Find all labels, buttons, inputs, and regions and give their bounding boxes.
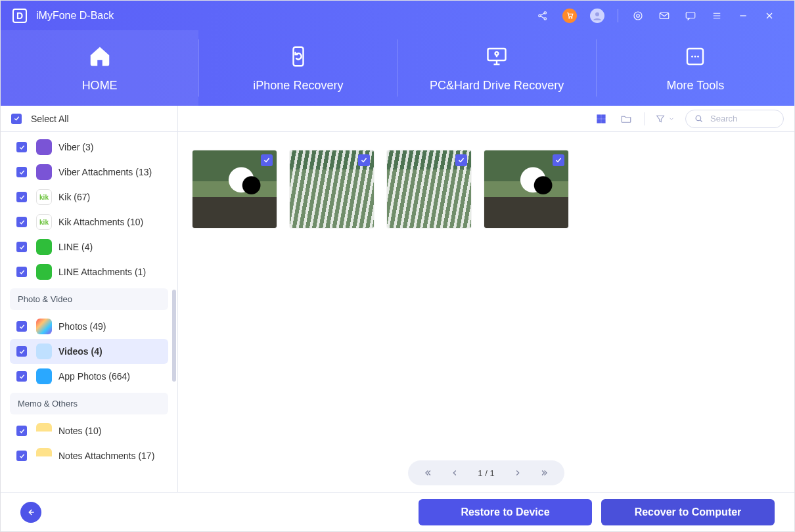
sidebar-item-checkbox[interactable]: [16, 426, 27, 436]
svg-rect-18: [602, 115, 605, 118]
svg-point-0: [539, 14, 541, 16]
video-thumbnail[interactable]: [484, 150, 568, 228]
content-toolbar: [178, 106, 794, 132]
svg-point-16: [697, 56, 699, 58]
app-logo: D: [12, 9, 27, 23]
select-all-row[interactable]: Select All: [1, 106, 177, 132]
recover-to-computer-button[interactable]: Recover to Computer: [601, 499, 775, 525]
nav-iphone-recovery[interactable]: iPhone Recovery: [199, 30, 397, 106]
sidebar-item[interactable]: Notes (10): [10, 418, 168, 443]
sidebar-item-label: Notes Attachments (17): [58, 451, 154, 461]
page-next-button[interactable]: [511, 466, 525, 480]
title-bar: D iMyFone D-Back: [1, 1, 794, 30]
nav-pc-recovery[interactable]: PC&Hard Drive Recovery: [398, 30, 596, 106]
svg-rect-17: [597, 115, 601, 118]
settings-icon[interactable]: [631, 9, 645, 22]
user-avatar[interactable]: [590, 9, 604, 23]
sidebar-item[interactable]: kikKik (67): [10, 185, 168, 210]
page-prev-button[interactable]: [447, 466, 462, 480]
sidebar-item-checkbox[interactable]: [16, 267, 27, 277]
share-icon[interactable]: [536, 9, 549, 22]
sidebar-item-label: Viber Attachments (13): [58, 167, 152, 177]
svg-point-15: [694, 56, 696, 58]
sidebar-item[interactable]: App Photos (664): [10, 364, 168, 389]
sidebar-item-checkbox[interactable]: [16, 242, 27, 252]
nav-more-tools[interactable]: More Tools: [597, 30, 794, 106]
svg-point-12: [495, 52, 499, 55]
sidebar-item-checkbox[interactable]: [16, 346, 27, 357]
search-box[interactable]: [685, 110, 784, 128]
sidebar-item-label: Kik (67): [58, 192, 90, 202]
sidebar-item[interactable]: kikKik Attachments (10): [10, 210, 168, 234]
sidebar-item[interactable]: Videos (4): [10, 339, 168, 364]
sidebar-item-label: LINE Attachments (1): [58, 267, 146, 277]
sidebar: Select All QQ Attachments (1595)Viber (3…: [1, 106, 178, 492]
sidebar-item-label: LINE (4): [58, 242, 93, 252]
pagination: 1 / 1: [178, 454, 794, 492]
restore-to-device-button[interactable]: Restore to Device: [419, 499, 592, 525]
sidebar-item[interactable]: Notes Attachments (17): [10, 443, 168, 468]
scrollbar-thumb[interactable]: [172, 290, 176, 382]
sidebar-item-label: Kik Attachments (10): [58, 217, 143, 227]
viber-icon: [36, 164, 52, 180]
nav-label: More Tools: [667, 79, 725, 93]
feedback-icon[interactable]: [684, 9, 697, 22]
nav-label: iPhone Recovery: [253, 79, 343, 93]
sidebar-item-checkbox[interactable]: [16, 217, 27, 227]
kik-icon: kik: [36, 189, 52, 205]
thumbnail-checkbox[interactable]: [358, 154, 370, 166]
thumbnail-checkbox[interactable]: [455, 154, 467, 166]
sidebar-item[interactable]: LINE Attachments (1): [10, 259, 168, 284]
minimize-button[interactable]: [737, 9, 750, 22]
svg-point-6: [637, 14, 640, 17]
svg-point-1: [544, 11, 546, 13]
app-title: iMyFone D-Back: [36, 10, 114, 22]
notes-icon: [36, 448, 52, 464]
thumbnail-checkbox[interactable]: [553, 154, 564, 166]
apphotos-icon: [36, 368, 52, 384]
page-last-button[interactable]: [537, 466, 551, 480]
sidebar-item[interactable]: Viber Attachments (13): [10, 160, 168, 185]
thumbnail-checkbox[interactable]: [261, 154, 273, 166]
close-button[interactable]: [763, 9, 776, 22]
filter-button[interactable]: [655, 114, 675, 124]
videos-icon: [36, 344, 52, 359]
select-all-checkbox[interactable]: [11, 114, 22, 124]
back-button[interactable]: [20, 502, 41, 523]
sidebar-item-checkbox[interactable]: [16, 321, 27, 332]
sidebar-item[interactable]: Photos (49): [10, 314, 168, 339]
folder-view-button[interactable]: [619, 112, 633, 126]
nav-home[interactable]: HOME: [1, 30, 198, 106]
body: Select All QQ Attachments (1595)Viber (3…: [1, 106, 794, 492]
nav-label: HOME: [82, 79, 118, 93]
sidebar-item-label: Viber (3): [58, 142, 93, 152]
svg-point-2: [544, 17, 546, 19]
sidebar-item-label: Photos (49): [58, 321, 106, 332]
notes-icon: [36, 423, 52, 439]
cart-icon[interactable]: [562, 9, 577, 23]
sidebar-scroll[interactable]: QQ Attachments (1595)Viber (3)Viber Atta…: [1, 132, 177, 492]
svg-point-4: [571, 18, 572, 18]
video-thumbnail[interactable]: [193, 150, 277, 228]
titlebar-separator: [618, 9, 618, 22]
sidebar-item-checkbox[interactable]: [16, 371, 27, 382]
footer-bar: Restore to Device Recover to Computer: [1, 492, 794, 531]
mail-icon[interactable]: [658, 9, 671, 22]
line-icon: [36, 264, 52, 280]
page-first-button[interactable]: [421, 466, 436, 480]
sidebar-item-checkbox[interactable]: [16, 451, 27, 461]
toolbar-separator: [644, 112, 645, 125]
sidebar-item-checkbox[interactable]: [16, 142, 27, 152]
video-thumbnail[interactable]: [387, 150, 471, 228]
sidebar-item[interactable]: Viber (3): [10, 135, 168, 160]
sidebar-item-checkbox[interactable]: [16, 167, 27, 177]
sidebar-item[interactable]: LINE (4): [10, 234, 168, 259]
grid-view-button[interactable]: [594, 112, 608, 126]
search-input[interactable]: [709, 113, 775, 124]
sidebar-item-checkbox[interactable]: [16, 192, 27, 202]
video-thumbnail[interactable]: [290, 150, 374, 228]
line-icon: [36, 239, 52, 255]
page-indicator: 1 / 1: [474, 468, 498, 478]
sidebar-item-label: Videos (4): [58, 346, 102, 357]
menu-icon[interactable]: [710, 9, 723, 22]
